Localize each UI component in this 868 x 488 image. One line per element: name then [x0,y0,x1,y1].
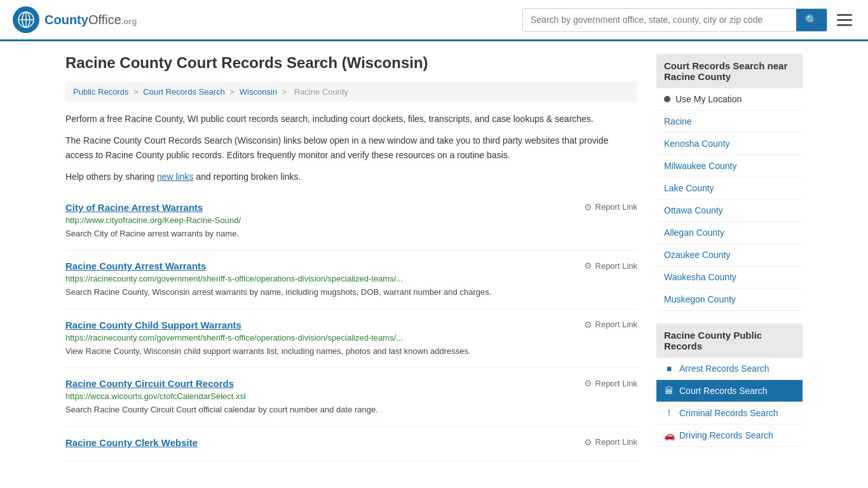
result-header: City of Racine Arrest Warrants ⚙ Report … [65,202,637,213]
nearby-list: Use My Location [656,88,803,111]
report-label: Report Link [595,379,637,388]
nearby-link[interactable]: Lake County [656,177,803,199]
page-title: Racine County Court Records Search (Wisc… [65,54,637,72]
nearby-list-item[interactable]: Lake County [656,177,803,200]
breadcrumb-public-records[interactable]: Public Records [73,87,128,97]
pub-records-label: Arrest Records Search [679,363,770,374]
results-list: City of Racine Arrest Warrants ⚙ Report … [65,192,637,461]
nearby-list-item[interactable]: Kenosha County [656,133,803,155]
use-my-location-link[interactable]: Use My Location [656,88,803,110]
result-item: Racine County Arrest Warrants ⚙ Report L… [65,250,637,309]
search-icon: 🔍 [805,15,818,25]
result-header: Racine County Circuit Court Records ⚙ Re… [65,378,637,389]
nearby-list-item[interactable]: Milwaukee County [656,155,803,177]
location-icon [664,96,670,102]
result-title[interactable]: City of Racine Arrest Warrants [65,202,203,213]
search-container: 🔍 [522,8,827,32]
result-desc: View Racine County, Wisconsin child supp… [65,345,637,358]
breadcrumb-court-records[interactable]: Court Records Search [143,87,225,97]
nearby-link[interactable]: Allegan County [656,222,803,243]
result-url: https://wcca.wicourts.gov/ctofcCalendarS… [65,391,637,401]
report-icon: ⚙ [584,261,592,271]
nearby-list-item[interactable]: Muskegon County [656,288,803,311]
logo-icon [13,6,39,33]
report-link[interactable]: ⚙ Report Link [584,261,637,271]
report-link[interactable]: ⚙ Report Link [584,378,637,388]
nearby-list-item[interactable]: Ottawa County [656,200,803,222]
report-label: Report Link [595,437,637,447]
nearby-links-list: RacineKenosha CountyMilwaukee CountyLake… [656,111,803,311]
nearby-header: Court Records Search near Racine County [656,54,803,88]
rec-icon: ■ [664,363,674,374]
sidebar: Court Records Search near Racine County … [656,54,803,461]
result-item: Racine County Clerk Website ⚙ Report Lin… [65,427,637,461]
breadcrumb-current: Racine County [294,87,348,97]
pub-records-link[interactable]: 🏛 Court Records Search [656,380,803,402]
hamburger-line [837,14,852,16]
rec-icon: 🏛 [664,386,674,396]
report-link[interactable]: ⚙ Report Link [584,202,637,212]
hamburger-line [837,19,852,21]
result-header: Racine County Arrest Warrants ⚙ Report L… [65,261,637,271]
nearby-link[interactable]: Waukesha County [656,266,803,288]
nearby-list-item[interactable]: Ozaukee County [656,244,803,266]
pub-records-link[interactable]: ■ Arrest Records Search [656,358,803,379]
result-desc: Search Racine County Circuit Court offic… [65,403,637,416]
nearby-link[interactable]: Milwaukee County [656,155,803,177]
new-links-link[interactable]: new links [157,172,194,182]
pub-records-link[interactable]: ! Criminal Records Search [656,402,803,424]
result-header: Racine County Clerk Website ⚙ Report Lin… [65,437,637,448]
menu-button[interactable] [834,11,855,29]
pub-records-label: Criminal Records Search [679,408,778,418]
nearby-section: Court Records Search near Racine County … [656,54,803,311]
result-item: City of Racine Arrest Warrants ⚙ Report … [65,192,637,251]
result-desc: Search Racine County, Wisconsin arrest w… [65,286,637,299]
public-records-header: Racine County Public Records [656,323,803,358]
result-item: Racine County Circuit Court Records ⚙ Re… [65,368,637,427]
description-para1: Perform a free Racine County, WI public … [65,112,637,126]
report-link[interactable]: ⚙ Report Link [584,437,637,447]
result-title[interactable]: Racine County Child Support Warrants [65,320,241,330]
result-url: https://racinecounty.com/government/sher… [65,274,637,283]
report-icon: ⚙ [584,378,592,388]
nearby-link[interactable]: Kenosha County [656,133,803,154]
report-label: Report Link [595,202,637,212]
report-icon: ⚙ [584,320,592,330]
report-link[interactable]: ⚙ Report Link [584,320,637,330]
pub-records-item[interactable]: ■ Arrest Records Search [656,358,803,380]
pub-records-label: Driving Records Search [679,430,773,440]
description-para3: Help others by sharing new links and rep… [65,170,637,184]
pub-records-item[interactable]: 🚗 Driving Records Search [656,424,803,447]
nearby-link[interactable]: Muskegon County [656,288,803,310]
search-button[interactable]: 🔍 [796,9,827,31]
pub-records-label: Court Records Search [679,386,768,396]
nearby-link[interactable]: Ottawa County [656,200,803,221]
nearby-list-item[interactable]: Waukesha County [656,266,803,288]
use-my-location-item[interactable]: Use My Location [656,88,803,111]
pub-records-link[interactable]: 🚗 Driving Records Search [656,424,803,446]
nearby-link[interactable]: Ozaukee County [656,244,803,266]
report-label: Report Link [595,320,637,329]
logo-area: CountyOffice.org [13,6,137,33]
nearby-list-item[interactable]: Racine [656,111,803,133]
result-title[interactable]: Racine County Circuit Court Records [65,378,234,389]
breadcrumb-wisconsin[interactable]: Wisconsin [240,87,277,97]
search-bar-area: 🔍 [522,8,855,32]
report-icon: ⚙ [584,437,592,447]
report-icon: ⚙ [584,202,592,212]
logo-text: CountyOffice.org [44,13,137,27]
content-area: Racine County Court Records Search (Wisc… [65,54,637,461]
result-title[interactable]: Racine County Arrest Warrants [65,261,206,271]
main-container: Racine County Court Records Search (Wisc… [53,41,815,474]
nearby-list-item[interactable]: Allegan County [656,222,803,244]
pub-records-item[interactable]: ! Criminal Records Search [656,402,803,424]
result-title[interactable]: Racine County Clerk Website [65,437,198,448]
rec-icon: 🚗 [664,430,674,440]
nearby-link[interactable]: Racine [656,111,803,132]
pub-records-list: ■ Arrest Records Search 🏛 Court Records … [656,358,803,447]
pub-records-item[interactable]: 🏛 Court Records Search [656,380,803,402]
hamburger-line [837,24,852,26]
search-input[interactable] [523,9,796,31]
result-desc: Search City of Racine arrest warrants by… [65,227,637,240]
rec-icon: ! [664,408,674,418]
